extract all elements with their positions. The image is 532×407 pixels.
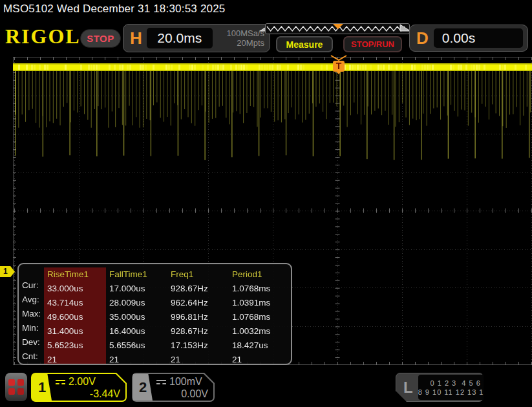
horizontal-label: H: [130, 28, 142, 48]
row-label-cur: Cur:: [21, 278, 44, 293]
measurement-panel: Cur: Avg: Max: Min: Dev: Cnt: RiseTime1 …: [17, 263, 292, 365]
meas-value: 17.000us: [106, 282, 167, 296]
channel1-scale: 2.00V: [69, 375, 96, 388]
channel1-offset: -3.44V: [54, 388, 120, 400]
meas-header: FallTime1: [106, 267, 167, 282]
meas-value: 17.153Hz: [167, 339, 229, 353]
quick-menu-icon[interactable]: [5, 373, 27, 401]
run-state-badge[interactable]: STOP: [80, 29, 121, 48]
timebase-value: 20.0ms: [157, 30, 202, 46]
row-label-dev: Dev:: [21, 335, 44, 350]
logic-channels-badge[interactable]: L 0 1 2 3 4 5 6 7 8 9 10 11 12 13 14 15: [396, 373, 484, 402]
meas-value: 928.67Hz: [167, 282, 229, 296]
measure-button[interactable]: Measure: [276, 36, 333, 52]
delay-label: D: [416, 28, 429, 48]
meas-value: 21: [229, 353, 291, 365]
meas-value: 31.400us: [44, 324, 106, 339]
measurement-row-labels: Cur: Avg: Max: Min: Dev: Cnt:: [21, 267, 44, 364]
row-label-avg: Avg:: [21, 293, 44, 307]
meas-value: 33.000us: [44, 282, 106, 296]
delay-block[interactable]: D 0.00s: [409, 25, 528, 52]
meas-header: Freq1: [167, 267, 229, 282]
meas-value: 928.67Hz: [167, 324, 229, 339]
channel1-number: 1: [32, 374, 52, 401]
meas-value: 1.0768ms: [229, 310, 291, 324]
dc-coupling-icon: [156, 380, 166, 386]
meas-value: 962.64Hz: [167, 296, 229, 310]
dc-coupling-icon: [56, 380, 65, 386]
measurement-column-falltime[interactable]: FallTime1 17.000us 28.009us 35.000us 16.…: [106, 267, 167, 364]
rigol-logo: RIGOL: [5, 25, 81, 48]
logic-row1: 0 1 2 3 4 5 6 7: [418, 379, 500, 388]
meas-value: 5.6556us: [106, 339, 167, 353]
oscilloscope-screen: { "titlebar": { "text": "MSO5102 Wed Dec…: [0, 0, 532, 407]
row-label-min: Min:: [21, 321, 44, 335]
meas-value: 18.427us: [229, 339, 291, 353]
meas-value: 28.009us: [106, 296, 167, 310]
channel1-badge[interactable]: 1 2.00V -3.44V: [31, 373, 127, 402]
horizontal-timebase-block[interactable]: H 20.0ms 100MSa/s 20Mpts: [123, 24, 270, 52]
titlebar-model-datetime: MSO5102 Wed December 31 18:30:53 2025: [3, 3, 226, 16]
measurement-column-freq[interactable]: Freq1 928.67Hz 962.64Hz 996.81Hz 928.67H…: [167, 267, 229, 364]
meas-value: 43.714us: [44, 296, 106, 310]
meas-value: 21: [106, 353, 167, 365]
measurement-column-risetime[interactable]: RiseTime1 33.000us 43.714us 49.600us 31.…: [44, 267, 106, 364]
channel2-number: 2: [133, 374, 153, 401]
meas-value: 35.000us: [106, 310, 167, 324]
logic-row2: 8 9 10 11 12 13 14 15: [418, 388, 500, 397]
meas-value: 1.0391ms: [229, 296, 291, 310]
meas-value: 1.0768ms: [229, 282, 291, 296]
trigger-t-icon: T: [333, 61, 345, 72]
measurement-column-period[interactable]: Period1 1.0768ms 1.0391ms 1.0768ms 1.003…: [229, 267, 291, 364]
logic-channel-list: 0 1 2 3 4 5 6 7 8 9 10 11 12 13 14 15: [418, 375, 500, 400]
meas-header: Period1: [229, 267, 291, 282]
meas-value: 21: [44, 353, 106, 365]
channel2-scale: 100mV: [169, 375, 202, 388]
meas-value: 1.0032ms: [229, 324, 291, 339]
channel2-offset: 0.00V: [155, 388, 208, 400]
row-label-cnt: Cnt:: [21, 350, 44, 364]
meas-header: RiseTime1: [44, 267, 106, 282]
trigger-position-marker[interactable]: T: [330, 55, 347, 72]
trigger-chevron-icon: [330, 55, 347, 61]
meas-value: 16.400us: [106, 324, 167, 339]
memory-depth: 20Mpts: [237, 38, 264, 48]
meas-value: 5.6523us: [44, 339, 106, 353]
waveform-preview-strip[interactable]: [265, 23, 410, 34]
logic-label: L: [403, 379, 413, 397]
meas-value: 996.81Hz: [167, 310, 229, 324]
row-label-max: Max:: [21, 307, 44, 321]
meas-value: 49.600us: [44, 310, 106, 324]
meas-value: 21: [167, 353, 229, 365]
preview-trigger-position-icon: [333, 24, 343, 29]
channel2-badge[interactable]: 2 100mV 0.00V: [132, 373, 215, 402]
delay-value: 0.00s: [442, 30, 475, 46]
stop-run-button[interactable]: STOP/RUN: [343, 36, 402, 52]
